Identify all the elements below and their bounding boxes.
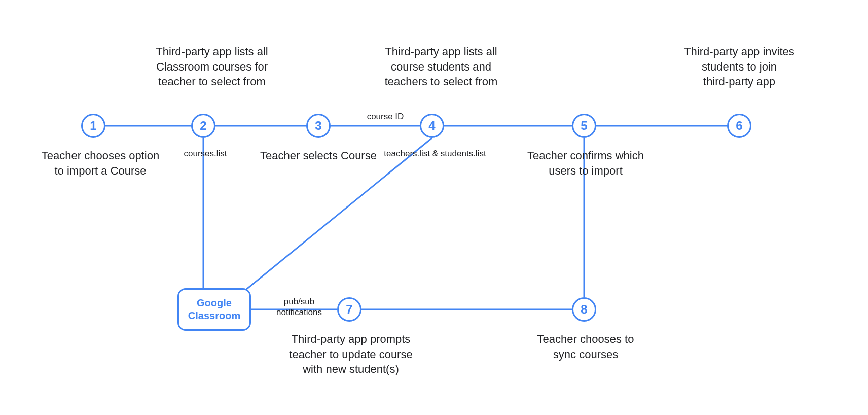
step-node-8: 8 — [572, 297, 596, 322]
edge-label-course-id: course ID — [355, 111, 416, 122]
step-number: 1 — [90, 119, 96, 133]
step-number: 6 — [736, 119, 742, 133]
api-label-teachers-students-list: teachers.list & students.list — [379, 148, 491, 159]
step-number: 8 — [581, 302, 587, 317]
step-7-label-below: Third-party app prompts teacher to updat… — [280, 332, 422, 377]
step-node-1: 1 — [81, 114, 105, 138]
api-label-courses-list: courses.list — [177, 148, 233, 159]
edge-label-pubsub: pub/sub notifications — [269, 296, 330, 318]
step-8-label-below: Teacher chooses to sync courses — [527, 332, 644, 362]
step-number: 4 — [428, 119, 435, 133]
step-2-label-above: Third-party app lists all Classroom cour… — [141, 44, 283, 89]
step-1-label-below: Teacher chooses option to import a Cours… — [34, 148, 166, 178]
step-6-label-above: Third-party app invites students to join… — [663, 44, 815, 89]
step-number: 7 — [346, 302, 352, 317]
step-node-7: 7 — [337, 297, 361, 322]
step-node-2: 2 — [191, 114, 215, 138]
step-node-6: 6 — [727, 114, 751, 138]
step-number: 3 — [315, 119, 321, 133]
step-number: 2 — [200, 119, 206, 133]
step-3-label-below: Teacher selects Course — [258, 148, 379, 163]
google-classroom-label: Google Classroom — [188, 297, 240, 322]
google-classroom-node: Google Classroom — [177, 288, 251, 331]
step-node-5: 5 — [572, 114, 596, 138]
step-node-4: 4 — [420, 114, 444, 138]
step-node-3: 3 — [306, 114, 331, 138]
step-5-label-below: Teacher confirms which users to import — [517, 148, 654, 178]
step-number: 5 — [581, 119, 587, 133]
step-4-label-above: Third-party app lists all course student… — [370, 44, 512, 89]
